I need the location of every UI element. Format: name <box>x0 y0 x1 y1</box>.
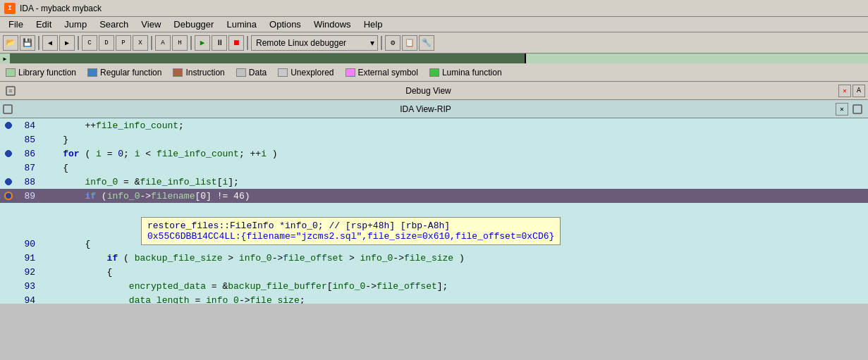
nav-back-button[interactable]: ◀ <box>42 35 58 51</box>
menu-options[interactable]: Options <box>264 18 307 31</box>
code-94: data_length = info_0->file_size; <box>41 295 865 304</box>
svg-rect-2 <box>4 105 12 113</box>
menu-view[interactable]: View <box>135 18 166 31</box>
legend-data-label: Data <box>249 68 267 77</box>
extra-btn3[interactable]: 🔧 <box>419 35 434 51</box>
debug-view-tab[interactable]: Debug View <box>18 86 838 96</box>
debugger-label: Remote Linux debugger <box>256 38 346 48</box>
menu-bar: File Edit Jump Search View Debugger Lumi… <box>0 17 868 32</box>
hex-button[interactable]: H <box>172 35 188 51</box>
data-button[interactable]: D <box>99 35 114 51</box>
debug-view-icon: ≡ <box>3 83 18 99</box>
linenum-93: 93 <box>14 281 35 292</box>
code-87: { <box>41 163 865 173</box>
legend-bar: Library function Regular function Instru… <box>0 63 868 82</box>
indicator-89 <box>3 192 14 200</box>
linenum-89: 89 <box>14 191 35 201</box>
linenum-91: 91 <box>14 253 35 263</box>
code-90: { <box>41 239 865 249</box>
legend-external-color <box>346 68 355 77</box>
code-89: if (info_0->filename[0] != 46) <box>41 191 865 201</box>
legend-external-label: External symbol <box>358 68 418 77</box>
overview-fill <box>10 54 868 63</box>
ida-view-tab[interactable]: IDA View-RIP <box>16 104 836 114</box>
debug-view-restore[interactable]: A <box>852 85 865 97</box>
linenum-86: 86 <box>14 149 35 159</box>
ida-view-panel-icon <box>0 101 16 117</box>
linenum-85: 85 <box>14 135 35 145</box>
code-line-93: 93 encrypted_data = &backup_file_buffer[… <box>0 279 868 293</box>
ida-view-panel-right <box>850 101 865 117</box>
legend-unexplored: Unexplored <box>278 68 334 77</box>
extra-btn2[interactable]: 📋 <box>402 35 417 51</box>
legend-regular-color <box>87 68 97 77</box>
search-button[interactable]: A <box>155 35 171 51</box>
toolbar-sep3 <box>151 36 152 50</box>
code-line-90: 90 { <box>0 237 868 251</box>
ida-view-close[interactable]: ✕ <box>836 103 848 116</box>
ida-view-bar: IDA View-RIP ✕ <box>0 100 868 118</box>
code-button[interactable]: C <box>82 35 97 51</box>
legend-regular: Regular function <box>87 68 161 77</box>
code-93: encrypted_data = &backup_file_buffer[inf… <box>41 281 865 292</box>
menu-lumina[interactable]: Lumina <box>221 18 262 31</box>
xref-button[interactable]: X <box>133 35 148 51</box>
menu-file[interactable]: File <box>3 18 29 31</box>
linenum-87: 87 <box>14 163 35 173</box>
legend-regular-label: Regular function <box>100 68 161 77</box>
save-button[interactable]: 💾 <box>20 35 35 51</box>
code-line-88: 88 info_0 = &file_info_list[i]; <box>0 175 868 189</box>
menu-debugger[interactable]: Debugger <box>168 18 219 31</box>
window-title: IDA - myback myback <box>20 4 102 13</box>
code-92: { <box>41 267 865 278</box>
legend-data-color <box>236 68 246 77</box>
code-line-85: 85 } <box>0 132 868 147</box>
pause-button[interactable]: ⏸ <box>212 35 227 51</box>
bar-marker <box>525 54 526 63</box>
legend-external: External symbol <box>346 68 418 77</box>
open-button[interactable]: 📂 <box>3 35 18 51</box>
legend-instruction-color <box>173 68 183 77</box>
toolbar-sep4 <box>190 36 192 50</box>
menu-jump[interactable]: Jump <box>59 18 92 31</box>
menu-search[interactable]: Search <box>94 18 134 31</box>
nav-forward-button[interactable]: ▶ <box>59 35 75 51</box>
run-button[interactable]: ▶ <box>195 35 210 51</box>
overview-bar: ▶ <box>0 54 868 63</box>
extra-btn1[interactable]: ⚙ <box>385 35 401 51</box>
toolbar-sep2 <box>78 36 79 50</box>
toolbar: 📂 💾 ◀ ▶ C D P X A H ▶ ⏸ ⏹ Remote Linux d… <box>0 32 868 54</box>
func-button[interactable]: P <box>116 35 131 51</box>
title-bar: I IDA - myback myback <box>0 0 868 17</box>
code-85: } <box>41 135 865 145</box>
linenum-90: 90 <box>14 239 35 249</box>
legend-unexplored-color <box>278 68 288 77</box>
code-line-94: 94 data_length = info_0->file_size; <box>0 293 868 304</box>
legend-library-color <box>6 68 16 77</box>
debugger-dropdown[interactable]: Remote Linux debugger ▾ <box>251 35 378 51</box>
dropdown-arrow: ▾ <box>370 38 374 48</box>
code-area[interactable]: 84 ++file_info_count; 85 } 86 for ( i = … <box>0 118 868 304</box>
linenum-84: 84 <box>14 120 35 131</box>
code-84: ++file_info_count; <box>41 120 865 131</box>
debug-view-header: ≡ Debug View ✕ A <box>0 82 868 100</box>
code-line-92: 92 { <box>0 265 868 279</box>
app-icon: I <box>4 3 16 14</box>
legend-lumina-label: Lumina function <box>442 68 502 77</box>
legend-data: Data <box>236 68 267 77</box>
menu-edit[interactable]: Edit <box>30 18 57 31</box>
code-91: if ( backup_file_size > info_0->file_off… <box>41 253 865 263</box>
debug-view-close[interactable]: ✕ <box>838 85 851 97</box>
menu-help[interactable]: Help <box>358 18 389 31</box>
linenum-94: 94 <box>14 295 35 304</box>
legend-unexplored-label: Unexplored <box>291 68 334 77</box>
overview-play[interactable]: ▶ <box>0 54 10 63</box>
stop-button[interactable]: ⏹ <box>228 35 244 51</box>
toolbar-sep6 <box>381 36 382 50</box>
code-88: info_0 = &file_info_list[i]; <box>41 177 865 187</box>
linenum-92: 92 <box>14 267 35 278</box>
code-line-86: 86 for ( i = 0; i < file_info_count; ++i… <box>0 147 868 161</box>
menu-windows[interactable]: Windows <box>308 18 357 31</box>
code-line-89: 89 if (info_0->filename[0] != 46) <box>0 189 868 203</box>
code-line-91: 91 if ( backup_file_size > info_0->file_… <box>0 251 868 265</box>
